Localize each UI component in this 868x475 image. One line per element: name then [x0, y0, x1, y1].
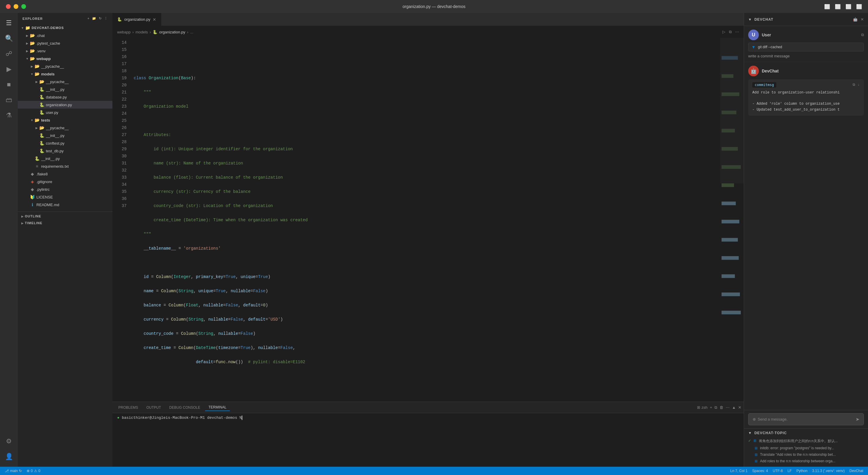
- spacer: [25, 195, 30, 199]
- close-terminal-icon[interactable]: ✕: [738, 405, 741, 410]
- sidebar-item-pycache-tests[interactable]: ▶ 📂 __pycache__: [18, 124, 113, 132]
- source-control-icon[interactable]: ☍: [2, 47, 16, 61]
- encoding-status[interactable]: UTF-8: [773, 469, 783, 473]
- more-terminal-icon[interactable]: ⋯: [726, 405, 730, 410]
- more-icon[interactable]: ⬜: [856, 4, 862, 9]
- sidebar-item-pycache-webapp[interactable]: ▶ 📂 __pycache__: [18, 62, 113, 70]
- close-panel-icon[interactable]: ✕: [861, 17, 864, 22]
- expand-arrow: ▼: [20, 26, 25, 30]
- username: User: [762, 33, 771, 37]
- sidebar-item-gitignore[interactable]: ◈ .gitignore: [18, 178, 113, 185]
- sidebar-item-pytest-cache[interactable]: ▶ 📂 .pytest_cache: [18, 39, 113, 47]
- python-version-status[interactable]: 3.11.3 ('.venv': venv): [812, 469, 845, 473]
- devchat-status[interactable]: DevChat: [849, 469, 863, 473]
- run-icon[interactable]: ▷: [722, 30, 725, 34]
- sidebar-item-test-db[interactable]: 🐍 test_db.py: [18, 147, 113, 155]
- errors-status[interactable]: ⊗ 0 ⚠ 0: [27, 469, 40, 473]
- tab-debug-console[interactable]: DEBUG CONSOLE: [166, 404, 204, 411]
- sidebar-item-tests[interactable]: ▼ 📂 tests: [18, 116, 113, 124]
- copy-response-icon[interactable]: ⧉: [852, 83, 855, 87]
- new-file-icon[interactable]: +: [88, 17, 90, 21]
- maximize-button[interactable]: [21, 4, 26, 9]
- minimize-button[interactable]: [13, 4, 18, 9]
- folder-icon: 📂: [30, 40, 35, 46]
- tab-problems[interactable]: PROBLEMS: [115, 404, 142, 411]
- sidebar-item-database[interactable]: 🐍 database.py: [18, 93, 113, 101]
- topic-item-0[interactable]: ✓ ⊞ 将角色添加到组织和用户之间的n:n关系中。默认...: [748, 437, 864, 445]
- tab-output[interactable]: OUTPUT: [143, 404, 164, 411]
- window-controls[interactable]: [6, 4, 26, 9]
- apply-response-icon[interactable]: ↓: [858, 83, 860, 87]
- maximize-terminal-icon[interactable]: ▲: [732, 405, 736, 410]
- tab-terminal[interactable]: TERMINAL: [205, 404, 230, 411]
- topic-item-3[interactable]: ⊞ Add roles to the n:n relationship betw…: [748, 458, 864, 464]
- git-file-icon: ◈: [30, 179, 35, 184]
- git-diff-tag[interactable]: ▼ git diff --cached: [748, 42, 864, 52]
- devchat-response: 🤖 DevChat commitmsg ⧉ ↓ Add role to orga…: [744, 62, 868, 410]
- sidebar-item-init-root[interactable]: 🐍 __init__.py: [18, 155, 113, 162]
- sidebar-item-init-models[interactable]: 🐍 __init__.py: [18, 86, 113, 93]
- status-left: ⎇ main ↻ ⊗ 0 ⚠ 0: [5, 469, 40, 473]
- topic-item-2[interactable]: ⊞ Translate "Add roles to the n:n relati…: [748, 451, 864, 458]
- database-icon[interactable]: 🗃: [2, 93, 16, 107]
- account-icon[interactable]: 👤: [2, 449, 16, 464]
- send-icon[interactable]: ➤: [856, 416, 860, 422]
- extensions-icon[interactable]: ■: [2, 77, 16, 92]
- tab-organization[interactable]: 🐍 organization.py ✕: [113, 13, 161, 26]
- spaces-status[interactable]: Spaces: 4: [752, 469, 768, 473]
- sidebar-item-pylintrc[interactable]: ◆ .pylintrc: [18, 185, 113, 193]
- new-folder-icon[interactable]: 📁: [92, 17, 96, 21]
- topic-item-1[interactable]: ⊞ initdb: error: program "postgres" is n…: [748, 445, 864, 451]
- timeline-section[interactable]: ▶ TIMELINE: [18, 219, 113, 227]
- topic-header: ▼ DEVCHAT-TOPIC: [748, 431, 864, 435]
- plus-icon[interactable]: ⊕: [753, 417, 756, 421]
- sidebar-item-chat[interactable]: ▶ 📂 .chat: [18, 32, 113, 39]
- database-label: database.py: [46, 95, 110, 99]
- sidebar-item-venv[interactable]: ▶ 📂 .venv: [18, 47, 113, 55]
- chat-input-field[interactable]: ⊕ Send a message. ➤: [748, 413, 864, 425]
- collapse-all-icon[interactable]: ⋮: [104, 17, 108, 21]
- sidebar-item-readme[interactable]: ℹ README.md: [18, 201, 113, 209]
- sidebar-toggle-icon[interactable]: ⬜: [824, 4, 830, 9]
- chevron-down-icon[interactable]: ▼: [748, 18, 752, 22]
- sidebar-item-webapp[interactable]: ▼ 📂 webapp: [18, 55, 113, 62]
- sidebar-item-conftest[interactable]: 🐍 conftest.py: [18, 139, 113, 147]
- tab-close-icon[interactable]: ✕: [153, 17, 156, 22]
- split-terminal-icon[interactable]: ⧉: [714, 405, 717, 410]
- terminal-body[interactable]: ● basicthinker@Jingleis-MacBook-Pro-M1 d…: [113, 413, 744, 467]
- language-status[interactable]: Python: [797, 469, 807, 473]
- sidebar-item-license[interactable]: 🔰 LICENSE: [18, 193, 113, 201]
- chevron-down-icon[interactable]: ▼: [748, 431, 752, 435]
- trash-icon[interactable]: 🗑: [719, 405, 723, 410]
- outline-section[interactable]: ▶ OUTLINE: [18, 212, 113, 219]
- gear-icon[interactable]: ⚙: [2, 434, 16, 448]
- close-button[interactable]: [6, 4, 11, 9]
- code-editor[interactable]: class Organization(Base): """ Organizati…: [130, 38, 720, 402]
- sidebar-item-flake8[interactable]: ◆ .flake8: [18, 170, 113, 178]
- topic-icon: ⊞: [755, 452, 758, 457]
- expand-arrow: ▶: [34, 125, 39, 130]
- copy-message-icon[interactable]: ⧉: [861, 33, 864, 37]
- search-icon[interactable]: 🔍: [2, 31, 16, 45]
- sidebar-item-root[interactable]: ▼ 📁 DEVCHAT-DEMOS: [18, 24, 113, 32]
- sidebar-item-init-tests[interactable]: 🐍 __init__.py: [18, 132, 113, 139]
- expand-arrow: ▶: [34, 79, 39, 84]
- explorer-icon[interactable]: ☰: [2, 16, 16, 30]
- line-col-status[interactable]: Ln 7, Col 1: [731, 469, 748, 473]
- more-actions-icon[interactable]: ⋯: [735, 30, 739, 34]
- git-branch-status[interactable]: ⎇ main ↻: [5, 469, 22, 473]
- sidebar-item-organization[interactable]: 🐍 organization.py: [18, 101, 113, 108]
- sidebar-item-user[interactable]: 🐍 user.py: [18, 108, 113, 116]
- refresh-icon[interactable]: ↻: [99, 17, 102, 21]
- split-icon[interactable]: ⬜: [845, 4, 851, 9]
- sidebar-item-pycache-models[interactable]: ▶ 📂 __pycache__: [18, 78, 113, 86]
- split-editor-icon[interactable]: ⧉: [729, 30, 732, 34]
- sidebar-item-models[interactable]: ▼ 📂 models: [18, 70, 113, 78]
- layout-icon[interactable]: ⬜: [835, 4, 841, 9]
- sidebar-item-requirements[interactable]: ≡ requirements.txt: [18, 162, 113, 170]
- add-terminal-icon[interactable]: +: [710, 405, 712, 410]
- response-box-header: commitmsg ⧉ ↓: [752, 82, 860, 88]
- flask-icon[interactable]: ⚗: [2, 108, 16, 122]
- eol-status[interactable]: LF: [787, 469, 792, 473]
- run-icon[interactable]: ▶: [2, 62, 16, 76]
